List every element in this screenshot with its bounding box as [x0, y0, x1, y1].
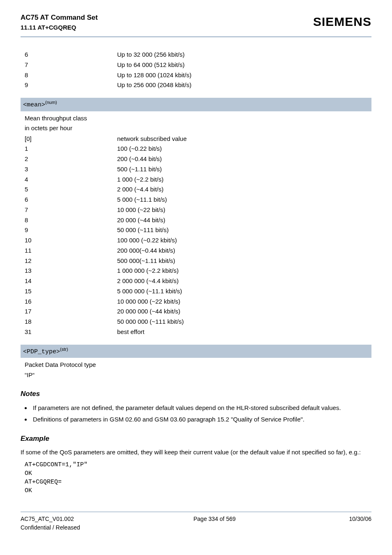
mean-desc-1: Mean throughput class: [25, 114, 371, 123]
param-row: 820 000 (~44 bit/s): [25, 215, 371, 226]
param-row: 1100 (~0.22 bit/s): [25, 144, 371, 154]
param-label-code: <mean>: [23, 101, 45, 108]
param-key: 17: [25, 306, 117, 317]
footer-date: 10/30/06: [349, 515, 372, 532]
param-row: 11200 000(~0.44 kbit/s): [25, 246, 371, 256]
param-label-mean: <mean>(num): [21, 98, 371, 111]
pdp-desc-2: “IP“: [25, 371, 371, 380]
param-value: 5 000 000 (~11.1 kbit/s): [117, 286, 371, 297]
param-row: 155 000 000 (~11.1 kbit/s): [25, 286, 371, 297]
param-row: 2200 (~0.44 bit/s): [25, 154, 371, 164]
pdp-desc-1: Packet Data Protocol type: [25, 360, 371, 370]
param-row: [0]network subscribed value: [25, 134, 371, 144]
param-value: Up to 256 000 (2048 kbit/s): [117, 80, 371, 90]
mean-desc-2: in octets per hour: [25, 124, 371, 133]
param-key: 7: [25, 60, 117, 70]
param-value: 2 000 000 (~4.4 kbit/s): [117, 276, 371, 286]
param-row: 10100 000 (~0.22 kbit/s): [25, 235, 371, 246]
param-row: 6Up to 32 000 (256 kbit/s): [25, 50, 371, 60]
footer-confidential: Confidential / Released: [21, 523, 80, 532]
param-key: 7: [25, 205, 117, 215]
param-label-code: <PDP_type>: [23, 348, 60, 355]
notes-heading: Notes: [21, 389, 371, 399]
param-row: 1850 000 000 (~111 kbit/s): [25, 317, 371, 327]
param-label-sup: (num): [45, 100, 57, 105]
param-value: 10 000 (~22 bit/s): [117, 205, 371, 215]
mean-param-rows: [0]network subscribed value1100 (~0.22 b…: [25, 134, 371, 337]
param-key: [0]: [25, 134, 117, 144]
param-row: 142 000 000 (~4.4 kbit/s): [25, 276, 371, 286]
example-intro: If some of the QoS parameters are omitte…: [21, 448, 371, 457]
param-key: 14: [25, 276, 117, 286]
param-key: 18: [25, 317, 117, 327]
param-value: Up to 64 000 (512 kbit/s): [117, 60, 371, 70]
param-row: 7Up to 64 000 (512 kbit/s): [25, 60, 371, 70]
param-row: 3500 (~1.11 bit/s): [25, 164, 371, 175]
param-row: 41 000 (~2.2 bit/s): [25, 175, 371, 185]
param-key: 6: [25, 195, 117, 205]
note-item: If parameters are not defined, the param…: [31, 403, 371, 413]
param-value: 200 000(~0.44 kbit/s): [117, 246, 371, 256]
footer-left: AC75_ATC_V01.002 Confidential / Released: [21, 515, 80, 532]
param-row: 9Up to 256 000 (2048 kbit/s): [25, 80, 371, 90]
param-key: 31: [25, 327, 117, 337]
param-value: 10 000 000 (~22 kbit/s): [117, 297, 371, 307]
param-row: 131 000 000 (~2.2 kbit/s): [25, 266, 371, 276]
example-heading: Example: [21, 433, 371, 444]
param-key: 12: [25, 256, 117, 266]
param-key: 13: [25, 266, 117, 276]
param-key: 3: [25, 164, 117, 175]
param-value: 1 000 000 (~2.2 kbit/s): [117, 266, 371, 276]
param-key: 8: [25, 215, 117, 226]
param-value: Up to 128 000 (1024 kbit/s): [117, 70, 371, 81]
footer-version: AC75_ATC_V01.002: [21, 515, 80, 523]
param-value: network subscribed value: [117, 134, 371, 144]
note-item: Definitions of parameters in GSM 02.60 a…: [31, 415, 371, 424]
notes-list: If parameters are not defined, the param…: [31, 403, 371, 424]
brand-logo: SIEMENS: [313, 12, 371, 31]
param-value: 2 000 (~4.4 bit/s): [117, 184, 371, 195]
doc-section: 11.11 AT+CGQREQ: [21, 23, 98, 32]
param-value: 500 (~1.11 bit/s): [117, 164, 371, 175]
param-key: 6: [25, 50, 117, 60]
param-key: 10: [25, 235, 117, 246]
param-label-sup: (str): [60, 347, 68, 352]
param-key: 2: [25, 154, 117, 164]
example-code: AT+CGDCONT=1,"IP" OK AT+CGQREQ= OK: [25, 461, 371, 495]
page-header: AC75 AT Command Set 11.11 AT+CGQREQ SIEM…: [21, 12, 371, 37]
param-value: 200 (~0.44 bit/s): [117, 154, 371, 164]
page-footer: AC75_ATC_V01.002 Confidential / Released…: [21, 511, 371, 532]
param-row: 52 000 (~4.4 bit/s): [25, 184, 371, 195]
param-value: 500 000(~1.11 kbit/s): [117, 256, 371, 266]
param-key: 11: [25, 246, 117, 256]
param-row: 65 000 (~11.1 bit/s): [25, 195, 371, 205]
param-value: 50 000 (~111 bit/s): [117, 225, 371, 235]
param-value: Up to 32 000 (256 kbit/s): [117, 50, 371, 60]
param-value: 20 000 000 (~44 kbit/s): [117, 306, 371, 317]
footer-page: Page 334 of 569: [194, 515, 236, 532]
param-row: 12500 000(~1.11 kbit/s): [25, 256, 371, 266]
top-param-rows: 6Up to 32 000 (256 kbit/s)7Up to 64 000 …: [25, 50, 371, 90]
param-value: 100 000 (~0.22 kbit/s): [117, 235, 371, 246]
param-row: 1610 000 000 (~22 kbit/s): [25, 297, 371, 307]
param-key: 8: [25, 70, 117, 81]
param-value: 20 000 (~44 bit/s): [117, 215, 371, 226]
param-value: 50 000 000 (~111 kbit/s): [117, 317, 371, 327]
param-key: 9: [25, 80, 117, 90]
param-row: 31best effort: [25, 327, 371, 337]
header-left: AC75 AT Command Set 11.11 AT+CGQREQ: [21, 12, 98, 32]
param-value: 1 000 (~2.2 bit/s): [117, 175, 371, 185]
param-row: 1720 000 000 (~44 kbit/s): [25, 306, 371, 317]
param-row: 950 000 (~111 bit/s): [25, 225, 371, 235]
doc-title: AC75 AT Command Set: [21, 12, 98, 23]
param-key: 9: [25, 225, 117, 235]
param-row: 710 000 (~22 bit/s): [25, 205, 371, 215]
param-key: 16: [25, 297, 117, 307]
param-value: best effort: [117, 327, 371, 337]
param-key: 1: [25, 144, 117, 154]
param-key: 15: [25, 286, 117, 297]
param-key: 5: [25, 184, 117, 195]
param-row: 8Up to 128 000 (1024 kbit/s): [25, 70, 371, 81]
param-label-pdp: <PDP_type>(str): [21, 345, 371, 358]
param-key: 4: [25, 175, 117, 185]
